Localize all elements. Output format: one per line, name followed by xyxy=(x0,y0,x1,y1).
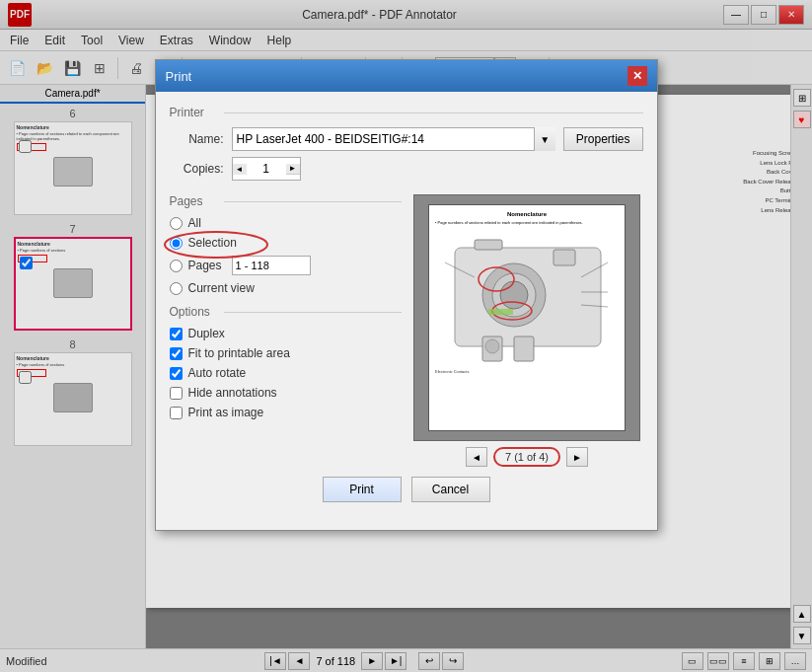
svg-point-29 xyxy=(485,339,499,353)
radio-current-container: Current view xyxy=(170,281,402,295)
dialog-overlay: Print ✕ Printer Name: HP LaserJet 400 - … xyxy=(0,0,812,672)
preview-navigation: ◄ 7 (1 of 4) ► xyxy=(466,447,588,467)
dialog-body: Printer Name: HP LaserJet 400 - BEIDSEIT… xyxy=(156,92,657,530)
print-dialog: Print ✕ Printer Name: HP LaserJet 400 - … xyxy=(155,59,658,531)
copies-row: Copies: ◄ ► xyxy=(170,157,643,181)
copies-label: Copies: xyxy=(170,162,224,176)
check-rotate[interactable] xyxy=(170,367,183,380)
check-rotate-text: Auto rotate xyxy=(188,366,247,380)
cancel-button[interactable]: Cancel xyxy=(411,477,490,502)
radio-current-text: Current view xyxy=(188,281,255,295)
printer-section: Printer Name: HP LaserJet 400 - BEIDSEIT… xyxy=(170,106,643,181)
svg-rect-19 xyxy=(554,250,575,265)
check-image[interactable] xyxy=(170,407,183,419)
radio-selection-label[interactable]: Selection xyxy=(170,236,402,250)
radio-current-label[interactable]: Current view xyxy=(170,281,402,295)
radio-all-text: All xyxy=(188,216,201,230)
svg-point-18 xyxy=(500,281,528,309)
preview-next-button[interactable]: ► xyxy=(566,447,588,467)
preview-container: Nomenclature • Page numbers of sections … xyxy=(413,194,640,441)
preview-diagram xyxy=(435,228,621,366)
print-button[interactable]: Print xyxy=(323,477,402,502)
preview-section: Nomenclature • Page numbers of sections … xyxy=(411,194,643,467)
check-duplex[interactable] xyxy=(170,328,183,340)
check-hide-label[interactable]: Hide annotations xyxy=(170,386,402,400)
radio-all-container: All xyxy=(170,216,402,230)
check-fit-text: Fit to printable area xyxy=(188,346,290,360)
printer-select[interactable]: HP LaserJet 400 - BEIDSEITIG#:14 xyxy=(232,127,555,151)
svg-rect-20 xyxy=(475,240,502,250)
dialog-close-button[interactable]: ✕ xyxy=(627,66,647,86)
check-image-text: Print as image xyxy=(188,406,264,419)
check-duplex-label[interactable]: Duplex xyxy=(170,327,402,340)
copies-down-button[interactable]: ◄ xyxy=(233,164,247,175)
radio-selection-container: Selection xyxy=(170,236,402,250)
dialog-title-bar: Print ✕ xyxy=(156,60,657,92)
check-rotate-label[interactable]: Auto rotate xyxy=(170,366,402,380)
svg-rect-30 xyxy=(514,336,534,361)
check-duplex-text: Duplex xyxy=(188,327,225,340)
copies-up-button[interactable]: ► xyxy=(286,164,300,175)
printer-section-title: Printer xyxy=(170,106,643,119)
check-fit-label[interactable]: Fit to printable area xyxy=(170,346,402,360)
check-hide-text: Hide annotations xyxy=(188,386,277,400)
radio-pages-text: Pages xyxy=(188,259,222,272)
preview-prev-button[interactable]: ◄ xyxy=(466,447,487,467)
dialog-title-text: Print xyxy=(166,69,192,84)
radio-all-label[interactable]: All xyxy=(170,216,402,230)
copies-input[interactable] xyxy=(247,158,286,180)
check-image-label[interactable]: Print as image xyxy=(170,406,402,419)
radio-all[interactable] xyxy=(170,217,183,230)
properties-button[interactable]: Properties xyxy=(563,127,643,151)
printer-select-wrapper: HP LaserJet 400 - BEIDSEITIG#:14 ▼ xyxy=(232,127,555,151)
radio-pages[interactable] xyxy=(170,260,183,272)
radio-current[interactable] xyxy=(170,282,183,295)
preview-page-indicator: 7 (1 of 4) xyxy=(493,447,560,467)
dialog-footer: Print Cancel xyxy=(170,467,643,516)
check-hide[interactable] xyxy=(170,387,183,400)
preview-page: Nomenclature • Page numbers of sections … xyxy=(428,204,626,431)
printer-name-row: Name: HP LaserJet 400 - BEIDSEITIG#:14 ▼… xyxy=(170,127,643,151)
selection-highlight xyxy=(162,230,270,260)
pages-section: Pages All Selection xyxy=(170,194,402,467)
check-fit[interactable] xyxy=(170,347,183,360)
pages-section-title: Pages xyxy=(170,194,402,208)
name-label: Name: xyxy=(170,132,224,146)
copies-spinner: ◄ ► xyxy=(232,157,301,181)
pages-preview-row: Pages All Selection xyxy=(170,194,643,467)
options-section-title: Options xyxy=(170,305,402,319)
svg-point-14 xyxy=(165,232,267,258)
svg-rect-23 xyxy=(488,309,513,315)
